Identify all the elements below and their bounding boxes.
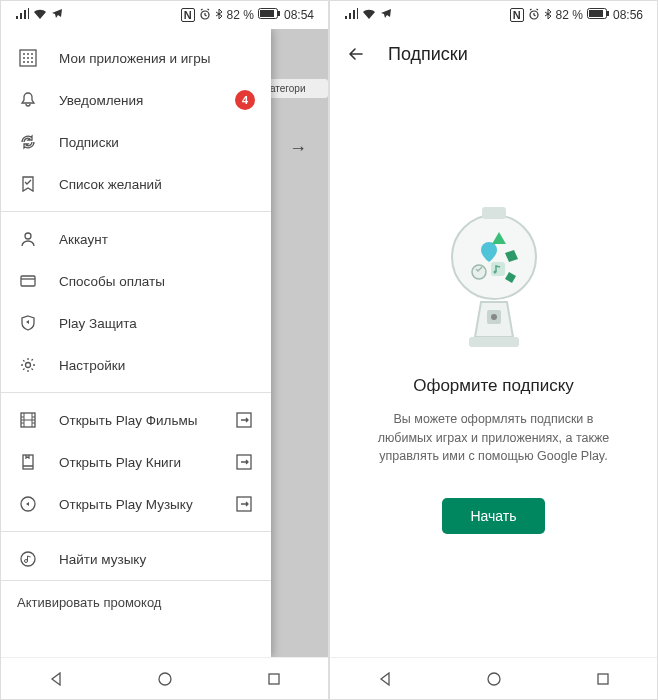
svg-point-12: [27, 61, 29, 63]
navigation-drawer: Мои приложения и игры Уведомления 4 Подп…: [1, 29, 271, 657]
svg-point-5: [23, 53, 25, 55]
svg-rect-40: [598, 674, 608, 684]
signal-icon: [344, 8, 358, 23]
divider: [1, 531, 271, 532]
svg-point-7: [31, 53, 33, 55]
menu-label: Список желаний: [59, 177, 255, 192]
phone-right: N 82 % 08:56 Подписки: [329, 0, 658, 700]
bookmark-icon: [17, 173, 39, 195]
user-icon: [17, 228, 39, 250]
menu-label: Аккаунт: [59, 232, 255, 247]
battery-text: 82 %: [556, 8, 583, 22]
nav-home-button[interactable]: [483, 668, 505, 690]
nav-recent-button[interactable]: [592, 668, 614, 690]
bluetooth-icon: [215, 8, 223, 23]
menu-payment[interactable]: Способы оплаты: [1, 260, 271, 302]
svg-point-13: [31, 61, 33, 63]
bell-icon: [17, 89, 39, 111]
menu-redeem-promo[interactable]: Активировать промокод: [1, 580, 271, 624]
external-link-icon: [233, 451, 255, 473]
menu-find-music[interactable]: Найти музыку: [1, 538, 271, 580]
nav-back-button[interactable]: [374, 668, 396, 690]
status-right: N 82 % 08:54: [181, 8, 314, 23]
card-icon: [17, 270, 39, 292]
svg-point-10: [31, 57, 33, 59]
menu-play-movies[interactable]: Открыть Play Фильмы: [1, 399, 271, 441]
menu-play-protect[interactable]: Play Защита: [1, 302, 271, 344]
wifi-icon: [33, 8, 47, 23]
system-nav-bar: [330, 657, 657, 699]
menu-label: Способы оплаты: [59, 274, 255, 289]
menu-label: Play Защита: [59, 316, 255, 331]
empty-state-title: Оформите подписку: [413, 376, 574, 396]
svg-rect-30: [607, 11, 609, 16]
nav-recent-button[interactable]: [263, 668, 285, 690]
status-right: N 82 % 08:56: [510, 8, 643, 23]
svg-point-11: [23, 61, 25, 63]
wifi-icon: [362, 8, 376, 23]
external-link-icon: [233, 493, 255, 515]
divider: [1, 392, 271, 393]
svg-point-16: [26, 363, 31, 368]
time-text: 08:56: [613, 8, 643, 22]
nfc-icon: N: [181, 8, 195, 22]
external-link-icon: [233, 409, 255, 431]
svg-point-39: [488, 673, 500, 685]
svg-rect-29: [589, 10, 603, 17]
divider: [1, 211, 271, 212]
svg-rect-3: [278, 11, 280, 16]
svg-point-38: [493, 270, 496, 273]
menu-my-apps[interactable]: Мои приложения и игры: [1, 37, 271, 79]
menu-label: Открыть Play Книги: [59, 455, 213, 470]
menu-label: Мои приложения и игры: [59, 51, 255, 66]
svg-point-9: [27, 57, 29, 59]
menu-label: Подписки: [59, 135, 255, 150]
gear-icon: [17, 354, 39, 376]
status-left: [15, 8, 63, 23]
apps-grid-icon: [17, 47, 39, 69]
svg-rect-26: [269, 674, 279, 684]
menu-label: Найти музыку: [59, 552, 255, 567]
menu-account[interactable]: Аккаунт: [1, 218, 271, 260]
signal-icon: [15, 8, 29, 23]
svg-rect-2: [260, 10, 274, 17]
menu-label: Настройки: [59, 358, 255, 373]
menu-wishlist[interactable]: Список желаний: [1, 163, 271, 205]
status-bar: N 82 % 08:54: [1, 1, 328, 29]
book-icon: [17, 451, 39, 473]
battery-icon: [258, 8, 280, 22]
svg-rect-15: [21, 276, 35, 286]
back-button[interactable]: [344, 42, 368, 66]
status-left: [344, 8, 392, 23]
status-bar: N 82 % 08:56: [330, 1, 657, 29]
time-text: 08:54: [284, 8, 314, 22]
nfc-icon: N: [510, 8, 524, 22]
menu-settings[interactable]: Настройки: [1, 344, 271, 386]
nav-home-button[interactable]: [154, 668, 176, 690]
page-title: Подписки: [388, 44, 468, 65]
alarm-icon: [528, 8, 540, 23]
menu-label: Уведомления: [59, 93, 215, 108]
find-music-icon: [17, 548, 39, 570]
start-button[interactable]: Начать: [442, 498, 544, 534]
svg-rect-33: [469, 337, 519, 347]
music-icon: [17, 493, 39, 515]
bg-arrow-icon: →: [268, 138, 328, 159]
menu-play-books[interactable]: Открыть Play Книги: [1, 441, 271, 483]
menu-subscriptions[interactable]: Подписки: [1, 121, 271, 163]
svg-point-25: [159, 673, 171, 685]
app-bar: Подписки: [330, 29, 657, 79]
nav-back-button[interactable]: [45, 668, 67, 690]
menu-play-music[interactable]: Открыть Play Музыку: [1, 483, 271, 525]
menu-label: Открыть Play Фильмы: [59, 413, 213, 428]
bluetooth-icon: [544, 8, 552, 23]
telegram-icon: [51, 8, 63, 23]
phone-left: N 82 % 08:54 атегори → Мои приложения и …: [0, 0, 329, 700]
notification-badge: 4: [235, 90, 255, 110]
svg-rect-32: [482, 207, 506, 219]
menu-notifications[interactable]: Уведомления 4: [1, 79, 271, 121]
svg-point-36: [472, 265, 486, 279]
shield-icon: [17, 312, 39, 334]
empty-state: Оформите подписку Вы можете оформлять по…: [330, 79, 657, 657]
menu-label: Открыть Play Музыку: [59, 497, 213, 512]
